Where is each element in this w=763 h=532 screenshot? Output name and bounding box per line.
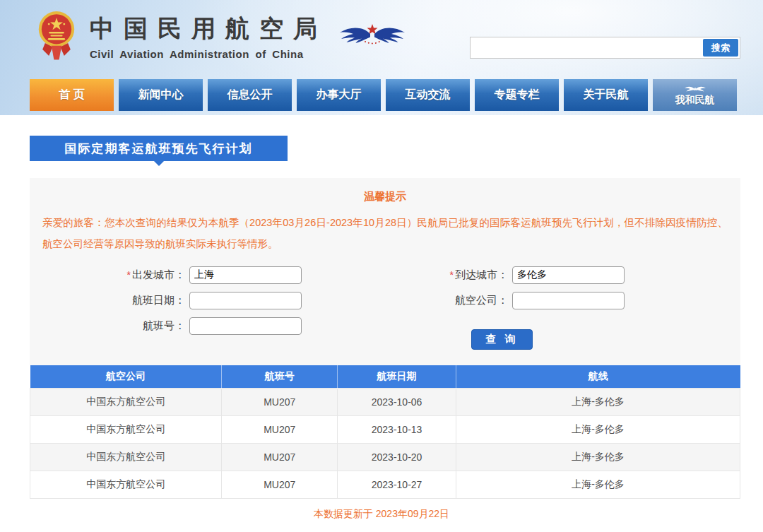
cell-route: 上海-多伦多 — [456, 415, 740, 443]
search-panel: 温馨提示 亲爱的旅客：您本次查询的结果仅为本航季（2023年03月26日-202… — [30, 178, 740, 365]
cell-flight-no: MU207 — [222, 388, 338, 415]
cell-route: 上海-多伦多 — [456, 443, 740, 471]
cell-airline: 中国东方航空公司 — [30, 471, 222, 498]
search-button[interactable]: 搜索 — [703, 39, 738, 57]
flight-date-input[interactable] — [189, 292, 302, 309]
airline-input[interactable] — [512, 292, 625, 309]
col-header-route: 航线 — [456, 365, 740, 388]
cell-route: 上海-多伦多 — [456, 388, 740, 415]
cell-flight-no: MU207 — [222, 415, 338, 443]
table-header-row: 航空公司 航班号 航班日期 航线 — [30, 365, 740, 388]
nav-tab-special-topics[interactable]: 专题专栏 — [475, 79, 559, 111]
departure-city-label: *出发城市： — [42, 268, 189, 282]
search-box: 搜索 — [470, 37, 740, 59]
table-row: 中国东方航空公司 MU207 2023-10-06 上海-多伦多 — [30, 388, 740, 415]
cell-flight-date: 2023-10-06 — [338, 388, 456, 415]
col-header-flight-no: 航班号 — [222, 365, 338, 388]
table-row: 中国东方航空公司 MU207 2023-10-13 上海-多伦多 — [30, 415, 740, 443]
required-asterisk: * — [450, 269, 454, 280]
flight-search-form: *出发城市： 航班日期： 航班号： *到达城市： 航空公司： 查 询 — [42, 266, 728, 350]
notice-body: 亲爱的旅客：您本次查询的结果仅为本航季（2023年03月26日-2023年10月… — [42, 212, 728, 254]
form-row-departure-city: *出发城市： — [42, 266, 385, 284]
arrival-city-label: *到达城市： — [385, 268, 512, 282]
search-input[interactable] — [472, 39, 703, 57]
form-column-right: *到达城市： 航空公司： 查 询 — [385, 266, 728, 350]
nav-tab-about[interactable]: 关于民航 — [564, 79, 648, 111]
nav-tab-label: 我和民航 — [675, 94, 715, 107]
site-header: 中国民用航空局 Civil Aviation Administration of… — [0, 0, 763, 115]
flight-no-label: 航班号： — [42, 319, 189, 333]
col-header-airline: 航空公司 — [30, 365, 222, 388]
notice-title: 温馨提示 — [42, 190, 728, 203]
nav-tab-info-disclosure[interactable]: 信息公开 — [208, 79, 292, 111]
nav-tab-home[interactable]: 首 页 — [30, 79, 114, 111]
nav-tab-interaction[interactable]: 互动交流 — [386, 79, 470, 111]
flight-date-label: 航班日期： — [42, 294, 189, 307]
site-title-cn: 中国民用航空局 — [90, 13, 327, 45]
form-row-flight-date: 航班日期： — [42, 291, 385, 309]
page-title: 国际定期客运航班预先飞行计划 — [65, 141, 253, 157]
required-asterisk: * — [127, 269, 131, 280]
cell-flight-date: 2023-10-20 — [338, 443, 456, 471]
cell-route: 上海-多伦多 — [456, 471, 740, 498]
form-column-left: *出发城市： 航班日期： 航班号： — [42, 266, 385, 350]
cell-flight-no: MU207 — [222, 471, 338, 498]
cell-airline: 中国东方航空公司 — [30, 388, 222, 415]
departure-city-input[interactable] — [189, 266, 302, 284]
table-row: 中国东方航空公司 MU207 2023-10-27 上海-多伦多 — [30, 471, 740, 498]
data-updated-note: 本数据更新于 2023年09月22日 — [0, 508, 763, 521]
nav-tab-news[interactable]: 新闻中心 — [119, 79, 203, 111]
query-button[interactable]: 查 询 — [471, 329, 533, 350]
site-title-en: Civil Aviation Administration of China — [90, 48, 327, 60]
form-row-arrival-city: *到达城市： — [385, 266, 728, 284]
nav-tab-service-hall[interactable]: 办事大厅 — [297, 79, 381, 111]
page-title-banner: 国际定期客运航班预先飞行计划 — [30, 136, 288, 161]
table-row: 中国东方航空公司 MU207 2023-10-20 上海-多伦多 — [30, 443, 740, 471]
airline-label: 航空公司： — [385, 294, 512, 307]
form-row-flight-no: 航班号： — [42, 317, 385, 335]
caac-wings-icon — [337, 20, 408, 49]
site-titles: 中国民用航空局 Civil Aviation Administration of… — [90, 8, 327, 60]
flights-table: 航空公司 航班号 航班日期 航线 中国东方航空公司 MU207 2023-10-… — [30, 365, 740, 499]
nav-tab-me-and-caac[interactable]: 我和民航 — [653, 79, 737, 111]
small-wings-icon — [685, 85, 706, 93]
form-row-airline: 航空公司： — [385, 291, 728, 309]
cell-airline: 中国东方航空公司 — [30, 443, 222, 471]
national-emblem-icon — [37, 10, 76, 65]
brand: 中国民用航空局 Civil Aviation Administration of… — [37, 8, 408, 65]
arrival-city-input[interactable] — [512, 266, 625, 284]
col-header-flight-date: 航班日期 — [338, 365, 456, 388]
cell-flight-no: MU207 — [222, 443, 338, 471]
cell-flight-date: 2023-10-13 — [338, 415, 456, 443]
cell-flight-date: 2023-10-27 — [338, 471, 456, 498]
flight-no-input[interactable] — [189, 317, 302, 335]
cell-airline: 中国东方航空公司 — [30, 415, 222, 443]
main-nav: 首 页 新闻中心 信息公开 办事大厅 互动交流 专题专栏 关于民航 我和民航 — [30, 79, 737, 111]
